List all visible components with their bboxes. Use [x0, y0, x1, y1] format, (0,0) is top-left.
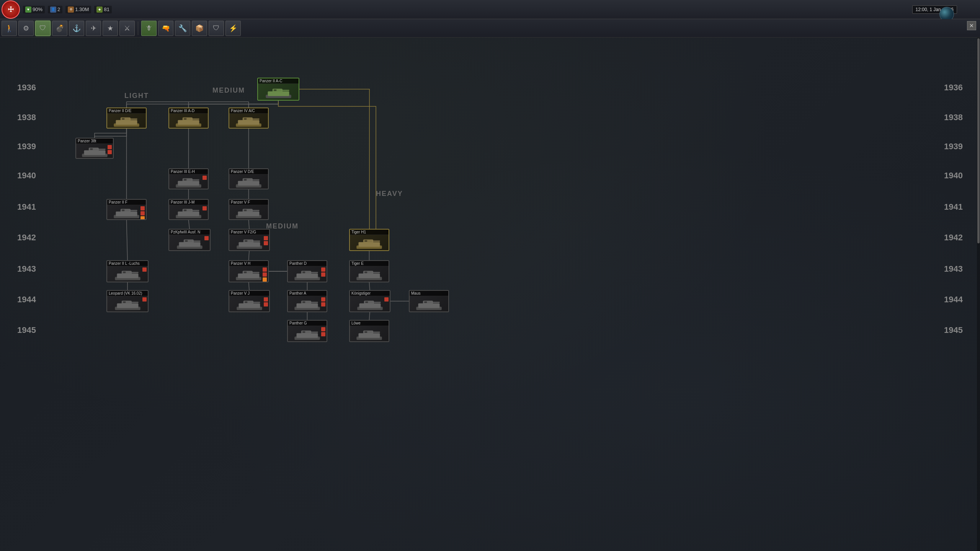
unit-type-bar: 🚶 ⚙ 🛡 💣 ⚓ ✈ ★ ⚔ 🗡 🔫 🔧 📦 🛡 ⚡	[0, 19, 980, 37]
svg-rect-103	[372, 302, 381, 303]
tank-node-panzer4h[interactable]: Panzer V H	[229, 260, 269, 282]
tab-infantry[interactable]: 🚶	[2, 21, 17, 36]
node-label-panzer2de: Panzer II D/E	[107, 108, 146, 114]
tank-silhouette-panzer4h	[234, 267, 263, 281]
node-icon-red-pantherd	[321, 267, 325, 272]
top-stats: ♥ 90% 👤 2 ⚙ 1.30M ◆ 81	[23, 6, 112, 13]
node-label-panzer4h: Panzer V H	[229, 261, 268, 266]
node-icon-red-panzer4h	[263, 272, 267, 277]
tank-node-panzer2l[interactable]: Panzer II L -Luchs	[106, 260, 149, 282]
svg-rect-43	[191, 210, 199, 211]
tank-node-panzer38t[interactable]: Panzer 38t	[75, 138, 114, 159]
tank-silhouette-panzer4f	[234, 205, 263, 219]
tank-node-panzer4j[interactable]: Panzer V J	[229, 290, 270, 312]
tank-node-panzer2de[interactable]: Panzer II D/E	[106, 108, 147, 129]
tank-node-panzer4de[interactable]: Panzer V D/E	[229, 168, 269, 189]
node-icon-red-panzer4j	[264, 302, 268, 306]
tank-node-pzkpfw3n[interactable]: PzKpfwIII Ausf. N	[168, 229, 211, 251]
tank-silhouette-panzer3jm	[174, 205, 203, 219]
svg-rect-108	[432, 302, 440, 303]
subtab-3[interactable]: 🔧	[175, 21, 190, 36]
tank-silhouette-pzkpfw3n	[175, 236, 204, 249]
tank-node-panzer4f[interactable]: Panzer V F	[229, 199, 269, 220]
resources-value: 81	[104, 7, 109, 12]
tank-node-tigerh1[interactable]: Tiger H1	[349, 229, 389, 251]
tab-armor[interactable]: 🛡	[35, 21, 51, 36]
tab-support[interactable]: ⚙	[18, 21, 34, 36]
subtab-6[interactable]: ⚡	[225, 21, 241, 36]
tank-node-panzer3ad[interactable]: Panzer III A-D	[168, 108, 209, 129]
tank-node-lowe[interactable]: Löwe	[349, 320, 389, 342]
node-icon-red-koenigstiger	[384, 297, 389, 302]
tank-silhouette-panzer2de	[112, 114, 141, 127]
top-icons-right: 12:00, 1 Jan, 1936	[912, 5, 957, 14]
tank-node-panzer4ac[interactable]: Panzer IV A/C	[229, 108, 269, 129]
node-icon-red-pantherg	[321, 327, 325, 331]
tank-node-pantherg[interactable]: Panther G	[287, 320, 327, 342]
tab-artillery[interactable]: 💣	[52, 21, 67, 36]
subtab-4[interactable]: 📦	[192, 21, 207, 36]
node-icon-red-leopard	[142, 297, 147, 302]
svg-rect-119	[364, 331, 367, 333]
tank-node-panzer3eh[interactable]: Panzer III E-H	[168, 168, 209, 189]
tank-node-panthera[interactable]: Panther A	[287, 290, 327, 312]
close-button[interactable]: ✕	[967, 21, 976, 30]
tab-air[interactable]: ✈	[86, 21, 101, 36]
node-icon-orange-panzer4h	[263, 277, 267, 282]
svg-rect-83	[372, 272, 380, 273]
svg-rect-93	[252, 302, 260, 303]
svg-rect-118	[372, 331, 380, 333]
tank-node-pantherd[interactable]: Panther D	[287, 260, 327, 282]
tank-node-tigere[interactable]: Tiger E	[349, 260, 389, 282]
tank-node-panzer2f[interactable]: Panzer II F	[106, 199, 147, 220]
node-label-pantherg: Panther G	[288, 321, 327, 326]
node-label-panzer3ad: Panzer III A-D	[169, 108, 208, 114]
tank-node-panzer2ac[interactable]: Panzer II A-C	[257, 78, 299, 101]
svg-rect-4	[274, 89, 276, 91]
svg-rect-19	[244, 118, 247, 120]
tank-node-panzer3jm[interactable]: Panzer III J-M	[168, 199, 209, 220]
tank-silhouette-leopard	[113, 297, 142, 311]
resources-stat: ◆ 81	[94, 6, 111, 13]
svg-rect-78	[310, 272, 318, 273]
svg-rect-94	[245, 301, 247, 303]
tank-node-leopard[interactable]: Leopard (VK 16.02)	[106, 290, 149, 312]
node-label-pzkpfw3n: PzKpfwIII Ausf. N	[169, 230, 210, 235]
node-icon-orange-panzer2f	[140, 216, 145, 220]
subtab-2[interactable]: 🔫	[158, 21, 173, 36]
node-label-koenigstiger: Königstiger	[350, 291, 390, 296]
tank-node-panzer4fg[interactable]: Panzer V F2/G	[229, 229, 270, 251]
tab-weapons[interactable]: ⚔	[119, 21, 135, 36]
node-icon-red-panzer38t	[108, 150, 112, 154]
subtab-1[interactable]: 🗡	[141, 21, 157, 36]
nation-emblem: ☩	[2, 0, 20, 19]
node-label-panzer2l: Panzer II L -Luchs	[107, 261, 148, 266]
node-icon-red-panzer4fg	[264, 241, 268, 245]
svg-rect-28	[191, 179, 199, 181]
svg-rect-53	[192, 240, 200, 242]
tab-special[interactable]: ★	[103, 21, 118, 36]
scroll-thumb[interactable]	[977, 38, 980, 244]
industry-stat: ⚙ 1.30M	[65, 6, 91, 13]
tank-silhouette-panzer3eh	[174, 175, 203, 188]
tank-silhouette-pantherg	[293, 327, 322, 341]
node-icon-red-pzkpfw3n	[204, 236, 209, 240]
svg-rect-58	[252, 240, 260, 242]
svg-rect-29	[184, 179, 186, 181]
svg-rect-64	[364, 240, 367, 241]
main-content: 1936 1938 1939 1940 1941 1942 1943 1944 …	[0, 37, 980, 551]
tank-node-koenigstiger[interactable]: Königstiger	[349, 290, 390, 312]
node-icon-red-panzer4j	[264, 297, 268, 302]
subtab-5[interactable]: 🛡	[209, 21, 224, 36]
resources-icon: ◆	[96, 7, 103, 13]
svg-rect-84	[364, 271, 367, 273]
svg-rect-14	[184, 118, 186, 120]
manpower-stat: 👤 2	[48, 6, 62, 13]
svg-rect-114	[302, 331, 305, 333]
scroll-indicator[interactable]	[977, 37, 980, 551]
tab-naval[interactable]: ⚓	[69, 21, 84, 36]
tank-silhouette-pantherd	[293, 267, 322, 281]
svg-rect-8	[129, 118, 137, 120]
node-label-tigere: Tiger E	[350, 261, 389, 266]
tank-node-maus[interactable]: Maus	[409, 290, 449, 312]
